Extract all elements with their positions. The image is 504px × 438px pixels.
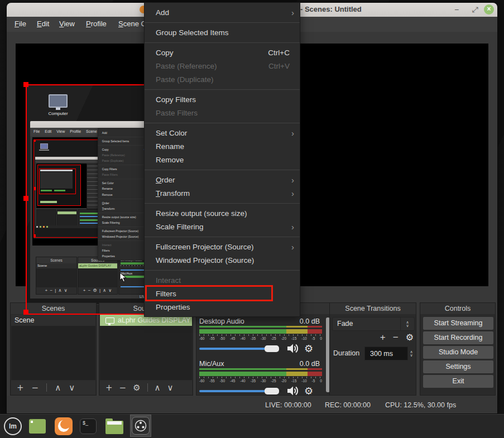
menu-item-label: Group Selected Items: [102, 139, 129, 143]
speaker-icon[interactable]: [287, 386, 299, 396]
taskbar-files-icon[interactable]: [105, 417, 123, 434]
restore-button[interactable]: ⤢: [469, 4, 481, 15]
menu-item-paste-filters: Paste Filters: [145, 106, 300, 119]
menu-item-resize-output-source-size-[interactable]: Resize output (source size): [145, 206, 300, 220]
scene-row[interactable]: Scene: [11, 315, 95, 326]
menu-separator: [145, 22, 300, 23]
menu-item-order[interactable]: Order›: [145, 173, 300, 186]
sources-list[interactable]: aLphr Guides DISPLAY: [100, 315, 192, 380]
minimize-button[interactable]: −: [450, 4, 463, 15]
tick-label: -50: [220, 336, 225, 340]
menu-separator: [145, 123, 300, 123]
settings-button[interactable]: Settings: [423, 360, 493, 373]
exit-button[interactable]: Exit: [423, 375, 493, 388]
taskbar-linux-mint-icon[interactable]: lm: [4, 417, 22, 435]
menubar-item-profile[interactable]: Profile: [86, 20, 107, 28]
transition-gear-icon[interactable]: ⚙: [406, 332, 414, 343]
menu-item-label: Rename: [102, 187, 113, 190]
menu-item-group-selected-items[interactable]: Group Selected Items: [145, 26, 300, 39]
source-properties-gear-icon[interactable]: ⚙: [133, 383, 140, 393]
tick-label: -15: [291, 379, 296, 383]
menu-item-add[interactable]: Add›: [145, 6, 300, 19]
volume-slider[interactable]: [199, 348, 282, 350]
start-recording-button[interactable]: Start Recording: [423, 331, 493, 344]
move-source-up-button[interactable]: ∧: [155, 383, 161, 393]
close-button[interactable]: ×: [484, 4, 494, 15]
remove-source-button[interactable]: −: [119, 383, 127, 393]
transitions-dock: Scene Transitions Fade ∧∨ + − ⚙ Duration…: [329, 302, 416, 396]
menu-item-remove[interactable]: Remove: [145, 153, 300, 166]
tick-label: 0: [320, 336, 322, 340]
menu-item-label: Paste (Duplicate): [156, 75, 214, 84]
duration-input[interactable]: 300 ms: [364, 346, 408, 360]
menubar-item-file[interactable]: File: [15, 20, 26, 28]
menu-item-label: Properties: [156, 303, 190, 311]
menu-item-label: Windowed Projector (Source): [156, 256, 254, 264]
channel-gear-icon[interactable]: ⚙: [304, 343, 313, 354]
selection-handle-mid-left[interactable]: [23, 196, 28, 201]
transitions-toolbar: + − ⚙: [330, 332, 414, 343]
menu-item-label: Add: [102, 131, 107, 134]
menu-item-scale-filtering[interactable]: Scale Filtering›: [145, 220, 300, 233]
submenu-arrow-icon: ›: [291, 128, 294, 138]
remove-transition-button[interactable]: −: [393, 332, 399, 343]
menu-item-copy[interactable]: CopyCtrl+C: [145, 46, 300, 59]
menu-item-properties[interactable]: Properties: [145, 300, 300, 314]
menu-item-windowed-projector-source-[interactable]: Windowed Projector (Source): [145, 253, 300, 267]
menu-item-transform[interactable]: Transform›: [145, 186, 300, 200]
menu-item-label: Windowed Projector (Source): [102, 235, 139, 238]
menubar-item-view[interactable]: View: [59, 20, 75, 28]
add-transition-button[interactable]: +: [380, 332, 386, 343]
menu-item-copy-filters[interactable]: Copy Filters: [145, 93, 300, 106]
menu-item-label: Fullscreen Projector (Source): [102, 229, 138, 233]
menu-item-label: Remove: [156, 156, 184, 164]
tick-label: -25: [271, 379, 276, 383]
menu-item-rename[interactable]: Rename: [145, 139, 300, 153]
taskbar-firefox-icon[interactable]: [55, 417, 73, 435]
move-source-down-button[interactable]: ∨: [167, 383, 174, 393]
taskbar-green-window-icon[interactable]: [29, 417, 46, 434]
taskbar-terminal-icon[interactable]: $_: [80, 417, 97, 434]
menubar-item-edit[interactable]: Edit: [37, 20, 49, 28]
speaker-icon[interactable]: [287, 343, 299, 354]
submenu-arrow-icon: ›: [291, 175, 294, 185]
volume-slider-handle[interactable]: [265, 345, 279, 352]
studio-mode-button[interactable]: Studio Mode: [423, 346, 493, 359]
mixer-body: Desktop Audio0.0 dB-60-55-50-45-40-35-30…: [199, 317, 322, 402]
scenes-list[interactable]: Scene: [11, 315, 95, 380]
controls-dock: Controls Start StreamingStart RecordingS…: [420, 302, 496, 396]
selection-handle-bottom-left[interactable]: [23, 310, 28, 315]
transition-select[interactable]: Fade ∧∨: [332, 317, 415, 331]
tick-label: -30: [261, 379, 266, 383]
tick-label: -30: [261, 336, 266, 340]
window-title: - Scenes: Untitled: [300, 5, 362, 13]
meter-tick-labels: -60-55-50-45-40-35-30-25-20-15-10-50: [199, 379, 322, 383]
duration-label: Duration: [333, 349, 359, 357]
select-chevrons-icon[interactable]: ∧∨: [400, 317, 414, 330]
menu-item-label: Resize output (source size): [156, 209, 247, 218]
channel-gear-icon[interactable]: ⚙: [304, 385, 313, 397]
remove-scene-button[interactable]: −: [32, 383, 39, 393]
menu-item-shortcut: Ctrl+V: [268, 62, 294, 70]
volume-slider[interactable]: [199, 390, 282, 392]
tick-label: -45: [230, 379, 235, 383]
statusbar: LIVE: 00:00:00 REC: 00:00:00 CPU: 12.5%,…: [7, 396, 497, 413]
tick-label: -10: [301, 336, 306, 340]
volume-slider-handle[interactable]: [265, 388, 279, 394]
add-scene-button[interactable]: +: [17, 383, 24, 393]
duration-spinner[interactable]: ∧∨: [408, 346, 415, 360]
menu-item-fullscreen-projector-source-[interactable]: Fullscreen Projector (Source)›: [145, 240, 300, 253]
menu-item-set-color[interactable]: Set Color›: [145, 126, 300, 139]
tick-label: -20: [281, 379, 286, 383]
obs-logo-icon: [134, 419, 147, 432]
menubar-item-scene-c[interactable]: Scene C: [118, 20, 146, 28]
scenes-toolbar: + − ∧ ∨: [11, 381, 95, 394]
move-scene-up-button[interactable]: ∧: [55, 383, 61, 393]
move-scene-down-button[interactable]: ∨: [69, 383, 75, 393]
taskbar-obs-icon[interactable]: [130, 416, 151, 437]
menu-item-paste-reference-: Paste (Reference)Ctrl+V: [145, 59, 300, 73]
add-source-button[interactable]: +: [105, 383, 113, 393]
start-streaming-button[interactable]: Start Streaming: [423, 317, 493, 330]
toolbar-divider: [147, 383, 148, 392]
selection-handle-top-left[interactable]: [23, 82, 28, 87]
